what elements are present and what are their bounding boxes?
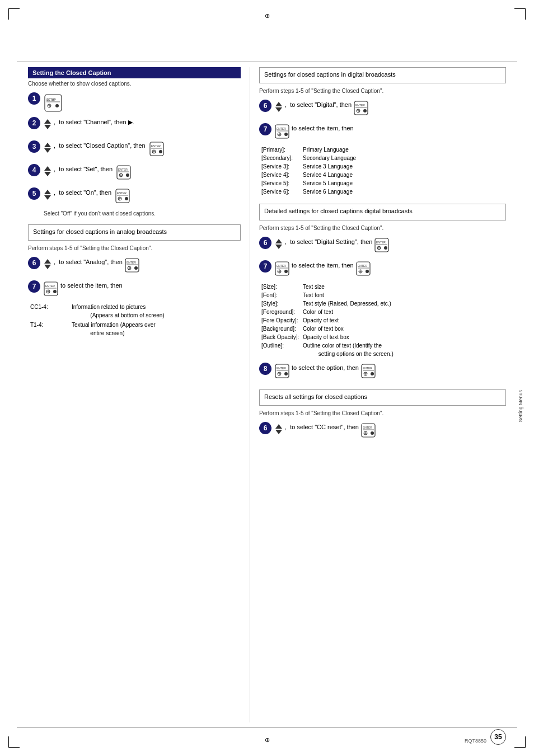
detail-item-outline-val: Outline color of text (Identify the sett… bbox=[303, 341, 394, 358]
analog-step-7-text: to select the item, then bbox=[60, 281, 123, 290]
page-container: ⊕ ⊕ Setting Menus Setting the Closed Cap… bbox=[0, 0, 534, 756]
digital-item-s3: [Service 3]: Service 3 Language bbox=[261, 162, 506, 171]
svg-point-76 bbox=[384, 246, 387, 250]
digital-item-s6-key: [Service 6]: bbox=[261, 187, 301, 196]
svg-point-6 bbox=[55, 104, 59, 107]
step-1-num: 1 bbox=[28, 92, 40, 105]
step-2-num: 2 bbox=[28, 117, 40, 129]
analog-step-7-content: ENTER to select the item, then bbox=[44, 279, 241, 296]
digital-step-6-row: 6 , to select "Digital", then ENTER bbox=[259, 98, 506, 119]
analog-item-cc-key: CC1-4: bbox=[30, 303, 69, 320]
svg-marker-27 bbox=[44, 190, 51, 194]
analog-step-6-text: , to select "Analog", then bbox=[54, 258, 123, 266]
corner-bl bbox=[8, 736, 20, 748]
updown-icon-r6 bbox=[275, 423, 283, 435]
enter-icon-4: ENTER bbox=[116, 165, 131, 180]
step-4-row: 4 , to select "Set", then ENTER bbox=[28, 163, 241, 183]
digital-detail-title: Detailed settings for closed captions di… bbox=[264, 207, 501, 215]
analog-step-6-content: , to select "Analog", then ENTER bbox=[44, 256, 241, 273]
corner-tl bbox=[8, 8, 20, 20]
digital-item-primary: [Primary]: Primary Language bbox=[261, 145, 506, 154]
detail-item-fo: [Fore Opacity]: Opacity of text bbox=[261, 316, 506, 325]
reset-step-6-text: , to select "CC reset", then bbox=[285, 423, 359, 431]
svg-marker-8 bbox=[44, 125, 51, 129]
updown-icon-d6 bbox=[275, 101, 283, 113]
left-column: Setting the Closed Caption Choose whethe… bbox=[28, 67, 241, 722]
analog-item-cc-val: Information related to pictures (Appears… bbox=[72, 303, 165, 320]
detail-item-fg: [Foreground]: Color of text bbox=[261, 308, 506, 316]
digital-item-s6: [Service 6]: Service 6 Language bbox=[261, 187, 506, 196]
digital-section: Settings for closed captions in digital … bbox=[259, 67, 506, 196]
step-4-num: 4 bbox=[28, 164, 40, 176]
step-3-row: 3 , to select "Closed Caption", then ENT… bbox=[28, 139, 241, 159]
svg-point-51 bbox=[53, 290, 57, 293]
enter-icon-a7: ENTER bbox=[44, 281, 58, 296]
svg-marker-9 bbox=[44, 143, 51, 147]
detail-step-8-row: 8 ENTER to select the option, then bbox=[259, 361, 506, 382]
detail-step-6-row: 6 , to select "Digital Setting", then EN… bbox=[259, 236, 506, 256]
digital-step-7-content: ENTER to select the item, then bbox=[275, 122, 506, 139]
detail-item-bg: [Background]: Color of text box bbox=[261, 325, 506, 333]
svg-point-113 bbox=[371, 431, 374, 435]
enter-icon-a6: ENTER bbox=[125, 258, 139, 273]
detail-item-size-val: Text size bbox=[303, 283, 325, 291]
corner-br bbox=[514, 736, 526, 748]
svg-point-90 bbox=[366, 270, 369, 273]
step-2-row: 2 , to select "Channel", then ▶. bbox=[28, 116, 241, 136]
digital-step-6-num: 6 bbox=[259, 100, 271, 112]
main-content: Setting the Closed Caption Choose whethe… bbox=[28, 67, 506, 722]
reset-perform: Perform steps 1-5 of "Setting the Closed… bbox=[259, 410, 506, 416]
svg-text:ENTER: ENTER bbox=[376, 241, 386, 244]
updown-icon-dd6 bbox=[275, 238, 283, 250]
step-5-row: 5 , to select "On", then ENTER bbox=[28, 186, 241, 206]
svg-text:ENTER: ENTER bbox=[277, 264, 286, 267]
svg-text:ENTER: ENTER bbox=[363, 426, 372, 429]
svg-text:ENTER: ENTER bbox=[118, 168, 128, 171]
svg-marker-69 bbox=[275, 245, 282, 249]
detail-item-size-key: [Size]: bbox=[261, 283, 301, 291]
svg-marker-106 bbox=[275, 430, 282, 434]
enter-icon-dd8: ENTER bbox=[275, 364, 289, 378]
svg-marker-52 bbox=[275, 102, 282, 106]
svg-marker-68 bbox=[275, 239, 282, 243]
reset-section: Resets all settings for closed captions … bbox=[259, 389, 506, 441]
svg-marker-19 bbox=[44, 172, 51, 176]
updown-icon-3 bbox=[44, 142, 51, 154]
analog-section: Settings for closed captions in analog b… bbox=[28, 224, 241, 337]
digital-item-secondary-key: [Secondary]: bbox=[261, 154, 301, 162]
digital-item-s6-val: Service 6 Language bbox=[303, 187, 353, 196]
analog-step-6-row: 6 , to select "Analog", then ENTER bbox=[28, 256, 241, 276]
svg-text:ENTER: ENTER bbox=[127, 261, 136, 264]
detail-item-fg-key: [Foreground]: bbox=[261, 308, 301, 316]
step-3-content: , to select "Closed Caption", then ENTER bbox=[44, 139, 241, 156]
digital-detail-perform: Perform steps 1-5 of "Setting the Closed… bbox=[259, 225, 506, 231]
detail-item-bg-key: [Background]: bbox=[261, 325, 301, 333]
svg-point-44 bbox=[134, 266, 138, 270]
enter-icon-5: ENTER bbox=[115, 189, 130, 203]
detail-step-7-row: 7 ENTER to select the item, then bbox=[259, 259, 506, 279]
svg-text:ENTER: ENTER bbox=[277, 127, 286, 130]
enter-icon-dd8b: ENTER bbox=[361, 364, 376, 378]
detail-item-bg-val: Color of text box bbox=[303, 325, 344, 333]
digital-step-6-content: , to select "Digital", then ENTER bbox=[275, 98, 506, 115]
analog-item-cc: CC1-4: Information related to pictures (… bbox=[30, 303, 241, 320]
reset-step-6-num: 6 bbox=[259, 422, 271, 434]
step-3-num: 3 bbox=[28, 140, 40, 153]
step-2-text: , to select "Channel", then ▶. bbox=[54, 118, 134, 126]
svg-text:SETUP: SETUP bbox=[46, 98, 56, 101]
detail-step-6-num: 6 bbox=[259, 237, 271, 249]
analog-step-7-num: 7 bbox=[28, 280, 40, 293]
detail-step-6-content: , to select "Digital Setting", then ENTE… bbox=[275, 236, 506, 252]
detail-step-8-content: ENTER to select the option, then ENTER bbox=[275, 361, 506, 378]
step-4-text: , to select "Set", then bbox=[54, 165, 114, 173]
digital-item-secondary-val: Secondary Language bbox=[303, 154, 356, 162]
analog-item-t: T1-4: Textual information (Appears over … bbox=[30, 321, 241, 337]
svg-point-35 bbox=[125, 197, 128, 200]
detail-step-8-num: 8 bbox=[259, 363, 271, 375]
detail-item-bo-val: Opacity of text box bbox=[303, 333, 349, 341]
analog-step-6-num: 6 bbox=[28, 257, 40, 269]
digital-item-secondary: [Secondary]: Secondary Language bbox=[261, 154, 506, 162]
side-label: Setting Menus bbox=[518, 390, 523, 422]
detail-item-fo-val: Opacity of text bbox=[303, 316, 339, 325]
right-column: Settings for closed captions in digital … bbox=[259, 67, 506, 722]
